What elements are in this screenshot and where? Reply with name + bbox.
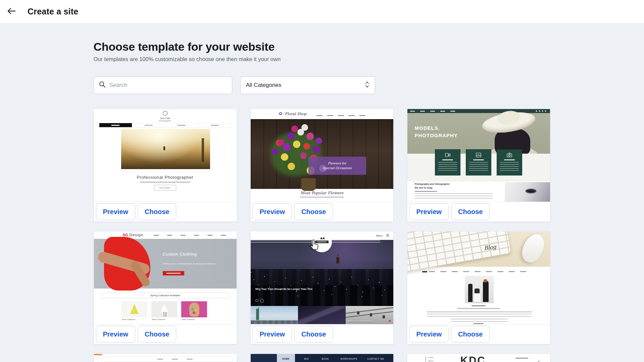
preview-button[interactable]: Preview: [409, 203, 449, 220]
mini-thumb-caption: Welcome to Our Blog Feature: [348, 320, 372, 322]
card-actions: Preview Choose: [407, 202, 550, 221]
product-label: Dress Collection: [152, 318, 165, 320]
yellow-dress: [130, 304, 139, 314]
desk-photo: Blog: [407, 231, 550, 267]
feature-box-images: [466, 149, 491, 175]
choose-button[interactable]: Choose: [451, 326, 490, 343]
mini-menu-label: Menu: [376, 234, 383, 237]
choose-button[interactable]: Choose: [294, 203, 333, 220]
search-input[interactable]: [109, 82, 227, 89]
template-thumbnail-partial-1[interactable]: [94, 354, 237, 362]
choose-button[interactable]: Choose: [294, 326, 333, 343]
template-thumbnail-floral[interactable]: ✿ Floral Shop Flowers for Special Occasi…: [251, 109, 393, 202]
mini-hero-banner: Flowers for Special Occasions: [308, 157, 366, 175]
figure-silhouette: [163, 146, 165, 150]
product-photo-dress: [121, 301, 147, 317]
shutter-logo-icon: [163, 111, 168, 116]
mini-nav-item: BOOK: [322, 358, 329, 360]
search-icon: [99, 81, 106, 90]
person-figure: [468, 284, 473, 302]
banner-line: Flowers for: [328, 161, 346, 166]
template-thumbnail-partial-2[interactable]: HOME BIO BOOK WORKSHOPS CONTACT ME: [251, 354, 393, 362]
template-grid: John Clark Photographer Professional Pho…: [94, 109, 551, 362]
text-line-bar: [415, 191, 437, 192]
model-hero-photo: MODELS. PHOTOGRAPHY: [407, 113, 550, 154]
template-thumbnail-blog[interactable]: Blog: [407, 231, 550, 324]
choose-button[interactable]: Choose: [451, 203, 490, 220]
mini-nav-bars: [410, 111, 460, 112]
red-dress-photo: Custom Clothing Creating custom clothing…: [94, 239, 237, 289]
template-thumbnail-travel[interactable]: Menu ☰ ▲▲ Why Your Trips Should Be No Lo…: [251, 231, 393, 324]
bikini: [191, 308, 194, 311]
template-card-floral: ✿ Floral Shop Flowers for Special Occasi…: [250, 109, 394, 222]
text-line-bar: [457, 308, 500, 309]
mini-cta-button: [163, 271, 184, 275]
mini-nav-item: HOME: [428, 357, 434, 359]
mini-hero-title: MODELS.: [415, 125, 440, 131]
product-label: Swim Collection: [182, 318, 195, 320]
template-thumbnail-partial-3[interactable]: HOME ABOUT KDC: [407, 354, 550, 362]
template-thumbnail-sg-design[interactable]: SG Design Custom Clothing Creating custo…: [94, 231, 237, 324]
image-icon: [476, 153, 481, 157]
mini-hero-title: PHOTOGRAPHY: [415, 133, 458, 138]
tulip-bouquet-photo: Flowers for Special Occasions: [251, 119, 393, 189]
mini-site-title: Professional Photographer: [94, 175, 237, 180]
mini-section-title: Most Popular Flowers: [251, 191, 393, 195]
preview-button[interactable]: Preview: [96, 203, 136, 220]
mini-nav-item: CONTACT ME: [367, 358, 384, 360]
torso: [189, 303, 199, 317]
template-card-partial-3: HOME ABOUT KDC Preview Choose: [407, 354, 550, 362]
preview-button[interactable]: Preview: [409, 326, 449, 343]
text-line-bar: [515, 358, 528, 359]
mini-nav-item: BIO: [304, 358, 309, 360]
choose-button[interactable]: Choose: [138, 203, 176, 220]
ski-lift-photo: Welcome to Our Blog Feature: [346, 306, 393, 324]
mini-brand: KDC: [460, 355, 486, 362]
filters-row: All Categories: [94, 76, 551, 94]
mini-nav-item: ABOUT: [428, 360, 434, 362]
mini-nav-item: WORKSHOPS: [341, 358, 357, 360]
preview-button[interactable]: Preview: [96, 326, 136, 343]
back-button[interactable]: [5, 6, 17, 18]
white-dress: [161, 303, 168, 312]
template-logo-role: Photographer: [94, 120, 237, 122]
topbar: Create a site: [0, 0, 644, 23]
mini-brand: SG Design: [123, 233, 144, 237]
mini-hero-title: Custom Clothing: [163, 252, 197, 257]
paragraph-bars: [415, 193, 493, 199]
camera-icon: [507, 153, 512, 157]
mini-nav-item: [165, 123, 198, 127]
back-arrow-icon: [7, 7, 16, 16]
mini-navbar: [99, 123, 232, 127]
choose-button[interactable]: Choose: [138, 326, 176, 343]
search-box[interactable]: [94, 76, 232, 94]
subheading: Our templates are 100% customizable so c…: [94, 56, 551, 62]
card-actions: Preview Choose: [251, 324, 393, 344]
paragraph-bars: [450, 319, 508, 322]
legs: [163, 312, 164, 317]
furniture: [474, 293, 481, 302]
category-dropdown-value: All Categories: [246, 82, 282, 89]
statue-of-liberty-photo: [251, 306, 298, 324]
category-dropdown[interactable]: All Categories: [240, 76, 375, 94]
card-actions: Preview Choose: [251, 202, 393, 221]
milky-way-photo: [298, 306, 346, 324]
preview-button[interactable]: Preview: [253, 326, 292, 343]
mini-nav-item: [132, 123, 165, 127]
mini-header-left: [251, 354, 277, 362]
feature-box-videography: [435, 149, 460, 175]
flower-logo-icon: ✿: [279, 111, 283, 116]
product-label: Dress Collection: [122, 318, 136, 320]
preview-button[interactable]: Preview: [253, 203, 292, 220]
product-photo-dress: [151, 301, 177, 317]
eye-makeup: [526, 189, 536, 193]
skyline: [251, 320, 298, 324]
carousel-arrows: [255, 299, 258, 302]
template-thumbnail-models[interactable]: MODELS. PHOTOGRAPHY: [407, 109, 550, 202]
social-icons: [536, 110, 547, 112]
sunset-field-photo: [121, 129, 210, 169]
city-lights: [251, 272, 251, 273]
template-thumbnail-photographer[interactable]: John Clark Photographer Professional Pho…: [94, 109, 237, 202]
mini-tab-active: [94, 354, 102, 355]
mini-nav-bars: [429, 271, 530, 272]
